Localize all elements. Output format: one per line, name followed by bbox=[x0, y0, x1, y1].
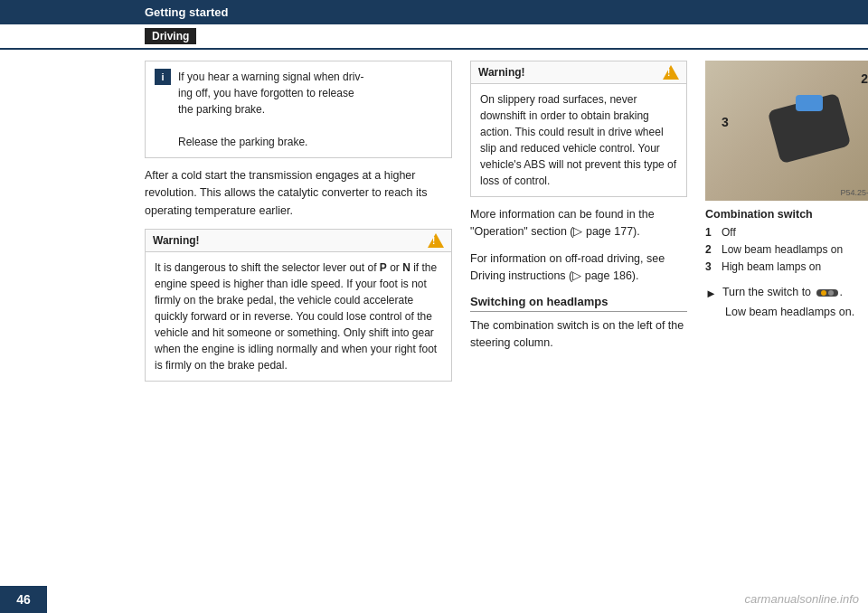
item-num-2: 2 bbox=[705, 241, 718, 259]
info-box-text: If you hear a warning signal when driv- … bbox=[178, 69, 363, 150]
mid-body-text1: More information can be found in the "Op… bbox=[470, 206, 687, 241]
info-icon: i bbox=[155, 69, 171, 85]
header-bar: Getting started bbox=[0, 0, 868, 24]
watermark: carmanualsonline.info bbox=[745, 592, 859, 606]
switch-icon bbox=[816, 289, 838, 297]
item-label-1: Off bbox=[722, 224, 736, 241]
mid-warning-text: On slippery road surfaces, never downshi… bbox=[480, 93, 676, 187]
info-line4: Release the parking brake. bbox=[178, 134, 363, 150]
combination-switch-list: 1 Off 2 Low beam headlamps on 3 High bea… bbox=[705, 224, 868, 277]
instruction-line: ► Turn the switch to . bbox=[705, 284, 868, 303]
item-num-1: 1 bbox=[705, 224, 718, 241]
left-column: i If you hear a warning signal when driv… bbox=[145, 61, 452, 391]
left-warning-text: It is dangerous to shift the selector le… bbox=[155, 261, 437, 372]
image-caption: P54.25-2798-31 bbox=[840, 188, 868, 197]
mid-warning-box: Warning! On slippery road surfaces, neve… bbox=[470, 61, 687, 197]
right-column: 1 2 3 P54.25-2798-31 Combination switch … bbox=[705, 61, 868, 391]
mid-section-body: The combination switch is on the left of… bbox=[470, 317, 687, 353]
section-label: Driving bbox=[145, 28, 196, 44]
item-label-2: Low beam headlamps on bbox=[722, 241, 843, 259]
item-label-3: High beam lamps on bbox=[722, 259, 821, 276]
item-num-3: 3 bbox=[705, 259, 718, 276]
switch-top bbox=[796, 95, 823, 111]
dot2-icon bbox=[828, 290, 834, 296]
mid-warning-label: Warning! bbox=[478, 66, 525, 79]
mid-warning-body: On slippery road surfaces, never downshi… bbox=[471, 84, 686, 196]
image-badge-2: 2 bbox=[861, 71, 868, 86]
mid-body-text2: For information on off-road driving, see… bbox=[470, 250, 687, 286]
info-line2: ing off, you have forgotten to release bbox=[178, 85, 363, 101]
car-image: 1 2 3 P54.25-2798-31 bbox=[705, 61, 868, 201]
image-badge-3: 3 bbox=[722, 115, 729, 129]
info-line3: the parking brake. bbox=[178, 101, 363, 118]
left-body-text: After a cold start the transmission enga… bbox=[145, 167, 452, 220]
switching-headlamps-title: Switching on headlamps bbox=[470, 295, 687, 312]
dot-icon bbox=[821, 290, 826, 296]
low-beam-text: Low beam headlamps on. bbox=[705, 306, 868, 318]
left-warning-body: It is dangerous to shift the selector le… bbox=[146, 252, 451, 381]
driving-subheader: Driving bbox=[0, 24, 868, 50]
info-box: i If you hear a warning signal when driv… bbox=[145, 61, 452, 158]
arrow-bullet-icon: ► bbox=[705, 285, 717, 303]
left-warning-header: Warning! bbox=[146, 230, 451, 252]
switch-graphic bbox=[760, 88, 859, 169]
mid-warning-header: Warning! bbox=[471, 61, 686, 84]
main-content: i If you hear a warning signal when driv… bbox=[0, 50, 868, 400]
page-number: 46 bbox=[0, 586, 47, 613]
instruction-text: Turn the switch to . bbox=[722, 284, 843, 301]
left-warning-triangle-icon bbox=[428, 233, 444, 248]
mid-warning-triangle-icon bbox=[663, 65, 679, 80]
list-item: 2 Low beam headlamps on bbox=[705, 241, 868, 259]
car-image-inner: 1 2 3 bbox=[705, 61, 868, 201]
left-warning-label: Warning! bbox=[153, 234, 200, 247]
left-warning-box: Warning! It is dangerous to shift the se… bbox=[145, 229, 452, 382]
header-title: Getting started bbox=[145, 5, 228, 19]
combination-switch-title: Combination switch bbox=[705, 208, 868, 221]
list-item: 3 High beam lamps on bbox=[705, 259, 868, 276]
mid-column: Warning! On slippery road surfaces, neve… bbox=[470, 61, 687, 391]
list-item: 1 Off bbox=[705, 224, 868, 241]
info-line1: If you hear a warning signal when driv- bbox=[178, 69, 363, 85]
